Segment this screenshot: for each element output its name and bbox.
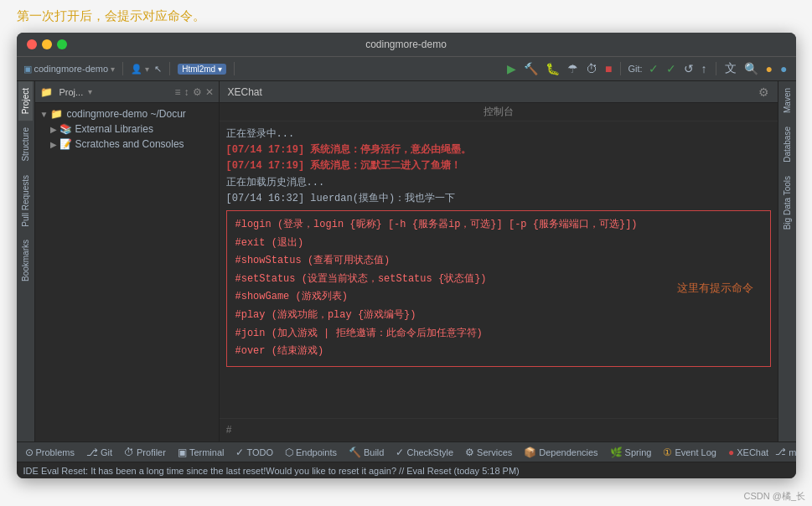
status-tab-terminal[interactable]: ▣ Terminal	[173, 442, 230, 462]
close-button[interactable]	[27, 39, 37, 49]
status-tab-xchat[interactable]: ● XEChat	[723, 442, 773, 462]
project-name-toolbar[interactable]: ▣ codingmore-demo ▾	[23, 64, 116, 75]
status-tab-services[interactable]: ⚙ Services	[460, 442, 517, 462]
window-title: codingmore-demo	[365, 39, 447, 50]
status-tab-build[interactable]: 🔨 Build	[344, 442, 389, 462]
git-update-icon[interactable]: ↺	[682, 60, 696, 77]
profile-icon[interactable]: ⏱	[584, 60, 599, 77]
dependencies-icon: 📦	[524, 447, 536, 458]
file-tree-header: 📁 Proj... ▾ ≡ ↕ ⚙ ✕	[35, 81, 219, 103]
cmd-hint-line-1: #login (登录，login {昵称} [-h {服务器ip，可选}] [-…	[235, 216, 762, 235]
console-label-bar: 控制台	[220, 103, 778, 121]
coverage-icon[interactable]: ☂	[566, 60, 580, 77]
git-branch[interactable]: ⎇ main	[775, 447, 795, 457]
status-tab-todo[interactable]: ✓ TODO	[230, 442, 278, 462]
cmd-hint-line-6: #play (游戏功能，play {游戏编号})	[235, 307, 762, 325]
tree-scratch-icon: 📝	[59, 138, 72, 150]
terminal-label: Terminal	[189, 447, 225, 457]
maximize-button[interactable]	[57, 39, 67, 49]
tree-item-ext-label: External Libraries	[75, 123, 153, 135]
cmd-hint-line-8: #over (结束游戏)	[235, 343, 762, 361]
file-tree-panel: 📁 Proj... ▾ ≡ ↕ ⚙ ✕ ▼ 📁 codingmore-demo …	[35, 81, 220, 441]
tree-item-root[interactable]: ▼ 📁 codingmore-demo ~/Docur	[35, 106, 219, 121]
main-layout: Project Structure Pull Requests Bookmark…	[17, 81, 796, 441]
sidebar-right-bigdata[interactable]: Big Data Tools	[780, 169, 794, 236]
toolbar: ▣ codingmore-demo ▾ 👤▾ ↖ Html2md ▾ ▶ 🔨 🐛…	[17, 56, 796, 81]
git-check2-icon[interactable]: ✓	[665, 60, 678, 77]
status-tab-git[interactable]: ⎇ Git	[81, 442, 117, 462]
tree-lib-icon: 📚	[59, 123, 72, 135]
sort-icon[interactable]: ↕	[184, 86, 189, 98]
sidebar-item-structure[interactable]: Structure	[18, 121, 33, 168]
minimize-button[interactable]	[42, 39, 52, 49]
status-tab-problems[interactable]: ⊙ Problems	[20, 442, 80, 462]
spring-icon: 🌿	[610, 447, 623, 458]
git-push-icon[interactable]: ↑	[700, 60, 709, 77]
profiler-label: Profiler	[137, 447, 166, 457]
branch-icon: ⎇	[775, 447, 786, 457]
status-tab-endpoints[interactable]: ⬡ Endpoints	[280, 442, 342, 462]
status-bar-right: ⎇ main ● ●	[775, 446, 795, 458]
eval-bar: IDE Eval Reset: It has been a long time …	[17, 462, 796, 478]
tree-folder-icon-root: 📁	[50, 108, 63, 120]
run-icon[interactable]: ▶	[505, 60, 518, 77]
toolbar-cursor[interactable]: ↖	[154, 64, 162, 75]
search-icon[interactable]: 🔍	[742, 60, 760, 77]
cmd-hint-line-3: #showStatus (查看可用状态值)	[235, 252, 762, 271]
build-icon[interactable]: 🔨	[522, 60, 540, 77]
tree-item-scratches[interactable]: ▶ 📝 Scratches and Consoles	[35, 137, 219, 152]
console-output[interactable]: 正在登录中... [07/14 17:19] 系统消息：停身活行，意必由绳墨。 …	[220, 121, 778, 418]
todo-label: TODO	[246, 447, 273, 457]
console-line-1: 正在登录中...	[226, 126, 771, 142]
tree-item-ext-libs[interactable]: ▶ 📚 External Libraries	[35, 121, 219, 137]
close-panel-icon[interactable]: ✕	[205, 86, 214, 98]
status-tab-spring[interactable]: 🌿 Spring	[605, 442, 657, 462]
html2md-selector[interactable]: Html2md ▾	[178, 64, 226, 75]
ide-window: codingmore-demo ▣ codingmore-demo ▾ 👤▾ ↖…	[17, 33, 796, 478]
toolbar-separator-5	[716, 62, 716, 75]
console-line-2: [07/14 17:19] 系统消息：停身活行，意必由绳墨。	[226, 142, 771, 158]
spring-label: Spring	[625, 447, 652, 457]
sidebar-right-maven[interactable]: Maven	[780, 81, 794, 120]
tree-item-root-label: codingmore-demo ~/Docur	[66, 108, 185, 120]
settings-gear-icon[interactable]: ⚙	[193, 86, 202, 98]
avatar-icon-1: ●	[764, 60, 774, 77]
status-tab-checkstyle[interactable]: ✓ CheckStyle	[390, 442, 458, 462]
toolbar-user[interactable]: 👤▾	[131, 64, 149, 75]
side-tabs-right: Maven Database Big Data Tools	[778, 81, 796, 441]
file-tree-content: ▼ 📁 codingmore-demo ~/Docur ▶ 📚 External…	[35, 103, 219, 441]
sidebar-right-database[interactable]: Database	[780, 120, 794, 169]
title-bar: codingmore-demo	[17, 33, 796, 56]
problems-icon: ⊙	[25, 447, 34, 458]
console-line-4: 正在加载历史消息...	[226, 175, 771, 191]
services-icon: ⚙	[465, 447, 474, 458]
checkstyle-label: CheckStyle	[406, 447, 453, 457]
console-input[interactable]	[226, 425, 771, 436]
status-tab-event-log[interactable]: ① Event Log	[658, 442, 721, 462]
cmd-hint-label: 这里有提示命令	[677, 279, 753, 298]
git-check-icon[interactable]: ✓	[647, 60, 660, 77]
tree-arrow-ext: ▶	[50, 125, 57, 134]
file-tree-header-text: Proj...	[59, 87, 84, 97]
status-tab-profiler[interactable]: ⏱ Profiler	[119, 442, 171, 462]
endpoints-icon: ⬡	[285, 447, 293, 458]
sidebar-item-bookmarks[interactable]: Bookmarks	[18, 233, 33, 288]
sidebar-item-project[interactable]: Project	[18, 81, 33, 121]
debug-icon[interactable]: 🐛	[544, 60, 561, 77]
stop-icon[interactable]: ■	[603, 60, 613, 77]
list-view-icon[interactable]: ≡	[174, 86, 180, 98]
git-status-label: Git	[101, 447, 112, 457]
console-input-row	[220, 418, 778, 441]
xchat-settings-icon[interactable]: ⚙	[758, 85, 769, 99]
status-tab-dependencies[interactable]: 📦 Dependencies	[519, 442, 603, 462]
eventlog-label: Event Log	[675, 447, 716, 457]
console-area: XEChat ⚙ 控制台 正在登录中... [07/14 17:19] 系统消息…	[220, 81, 778, 441]
translate-icon[interactable]: 文	[723, 59, 738, 78]
todo-icon: ✓	[235, 447, 244, 458]
checkstyle-icon: ✓	[396, 447, 404, 458]
services-label: Services	[477, 447, 512, 457]
branch-name: main	[789, 447, 795, 457]
build-status-icon: 🔨	[349, 447, 361, 458]
sidebar-item-pull-requests[interactable]: Pull Requests	[18, 168, 33, 234]
git-label: Git:	[628, 64, 642, 74]
